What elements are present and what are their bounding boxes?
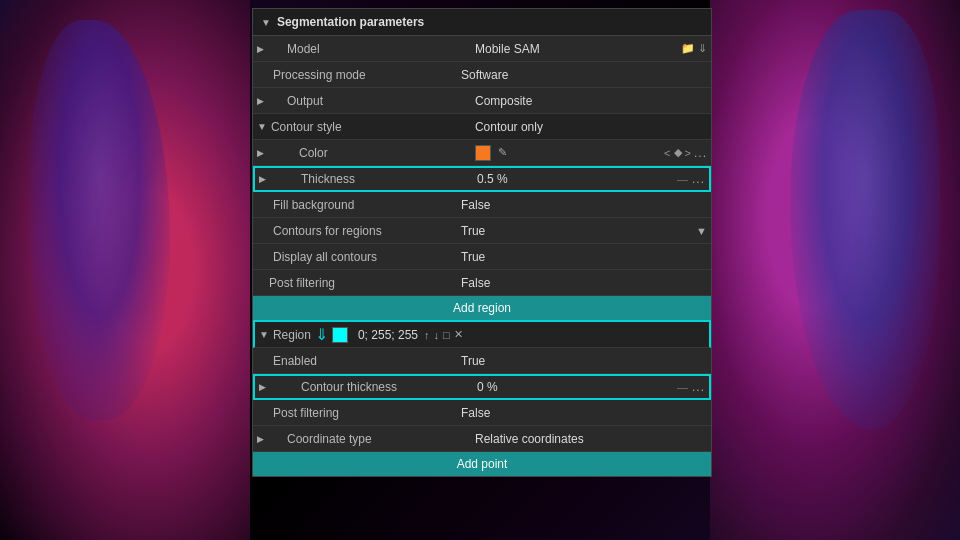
- contour-style-value: Contour only: [471, 120, 707, 134]
- panel-collapse-arrow[interactable]: ▼: [261, 17, 271, 28]
- region-header: ▼ Region ⇓ 0; 255; 255 ↑ ↓ □ ✕: [253, 320, 711, 348]
- contour-thickness-label: Contour thickness: [273, 380, 473, 394]
- cyan-arrow-icon: ⇓: [315, 325, 328, 344]
- post-filtering-value: False: [457, 276, 707, 290]
- folder-icon[interactable]: 📁: [681, 42, 695, 55]
- region-up-icon[interactable]: ↑: [424, 329, 430, 341]
- display-all-contours-value: True: [457, 250, 707, 264]
- contours-for-regions-label: Contours for regions: [257, 224, 457, 238]
- color-label: Color: [271, 146, 471, 160]
- region-color-value: 0; 255; 255: [358, 328, 418, 342]
- region-collapse-arrow[interactable]: ▼: [259, 329, 269, 340]
- contours-for-regions-row: Contours for regions True ▼: [253, 218, 711, 244]
- model-icons: 📁 ⇓: [681, 42, 707, 55]
- pencil-icon[interactable]: ✎: [498, 146, 507, 158]
- coordinate-type-label: Coordinate type: [271, 432, 471, 446]
- thickness-label: Thickness: [273, 172, 473, 186]
- thickness-more[interactable]: ...: [692, 172, 705, 186]
- display-all-contours-label: Display all contours: [257, 250, 457, 264]
- fill-background-label: Fill background: [257, 198, 457, 212]
- thickness-value: 0.5 %: [473, 172, 677, 186]
- enabled-row: Enabled True: [253, 348, 711, 374]
- display-all-contours-row: Display all contours True: [253, 244, 711, 270]
- processing-mode-row: Processing mode Software: [253, 62, 711, 88]
- post-filtering2-value: False: [457, 406, 707, 420]
- fill-background-value: False: [457, 198, 707, 212]
- thickness-dash: —: [677, 173, 688, 185]
- model-row: ▶ Model Mobile SAM 📁 ⇓: [253, 36, 711, 62]
- post-filtering-row: Post filtering False: [253, 270, 711, 296]
- coordinate-type-value: Relative coordinates: [471, 432, 707, 446]
- right-arrow-icon[interactable]: >: [685, 147, 691, 159]
- contour-thickness-more[interactable]: ...: [692, 380, 705, 394]
- left-arrow-icon[interactable]: <: [664, 147, 670, 159]
- panel-header: ▼ Segmentation parameters: [253, 9, 711, 36]
- contour-thickness-expand-arrow[interactable]: ▶: [259, 382, 269, 392]
- contour-style-row: ▼ Contour style Contour only: [253, 114, 711, 140]
- region-delete-icon[interactable]: ✕: [454, 328, 463, 341]
- contour-style-label: Contour style: [271, 120, 471, 134]
- contour-style-collapse[interactable]: ▼: [257, 121, 267, 132]
- color-value: ✎: [471, 145, 664, 161]
- enabled-label: Enabled: [257, 354, 457, 368]
- region-action-icons: ↑ ↓ □ ✕: [424, 328, 463, 341]
- model-value: Mobile SAM: [471, 42, 681, 56]
- hand-right-image: [710, 0, 960, 540]
- coordinate-type-row: ▶ Coordinate type Relative coordinates: [253, 426, 711, 452]
- hand-left-image: [0, 0, 250, 540]
- output-label: Output: [271, 94, 471, 108]
- thickness-expand-arrow[interactable]: ▶: [259, 174, 269, 184]
- contour-thickness-value: 0 %: [473, 380, 677, 394]
- diamond-icon[interactable]: ◆: [674, 146, 682, 159]
- region-label: Region: [273, 328, 311, 342]
- region-copy-icon[interactable]: □: [443, 329, 450, 341]
- panel-title: Segmentation parameters: [277, 15, 424, 29]
- add-region-button[interactable]: Add region: [253, 296, 711, 320]
- region-color-swatch[interactable]: [332, 327, 348, 343]
- more-icon[interactable]: ...: [694, 146, 707, 160]
- output-expand-arrow[interactable]: ▶: [257, 96, 267, 106]
- segmentation-panel: ▼ Segmentation parameters ▶ Model Mobile…: [252, 8, 712, 477]
- post-filtering2-label: Post filtering: [257, 406, 457, 420]
- contour-thickness-row: ▶ Contour thickness 0 % — ...: [253, 374, 711, 400]
- contours-for-regions-value: True: [457, 224, 696, 238]
- color-expand-arrow[interactable]: ▶: [257, 148, 267, 158]
- output-value: Composite: [471, 94, 707, 108]
- region-down-icon[interactable]: ↓: [434, 329, 440, 341]
- add-point-button[interactable]: Add point: [253, 452, 711, 476]
- post-filtering-label: Post filtering: [257, 276, 457, 290]
- color-nav-icons: < ◆ > ...: [664, 146, 707, 160]
- fill-background-row: Fill background False: [253, 192, 711, 218]
- model-expand-arrow[interactable]: ▶: [257, 44, 267, 54]
- color-row: ▶ Color ✎ < ◆ > ...: [253, 140, 711, 166]
- coordinate-type-expand-arrow[interactable]: ▶: [257, 434, 267, 444]
- color-swatch[interactable]: [475, 145, 491, 161]
- processing-mode-value: Software: [457, 68, 707, 82]
- download-icon[interactable]: ⇓: [698, 42, 707, 55]
- output-row: ▶ Output Composite: [253, 88, 711, 114]
- thickness-row: ▶ Thickness 0.5 % — ...: [253, 166, 711, 192]
- model-label: Model: [271, 42, 471, 56]
- contour-thickness-dash: —: [677, 381, 688, 393]
- enabled-value: True: [457, 354, 707, 368]
- processing-mode-label: Processing mode: [257, 68, 457, 82]
- post-filtering2-row: Post filtering False: [253, 400, 711, 426]
- contours-dropdown-arrow[interactable]: ▼: [696, 225, 707, 237]
